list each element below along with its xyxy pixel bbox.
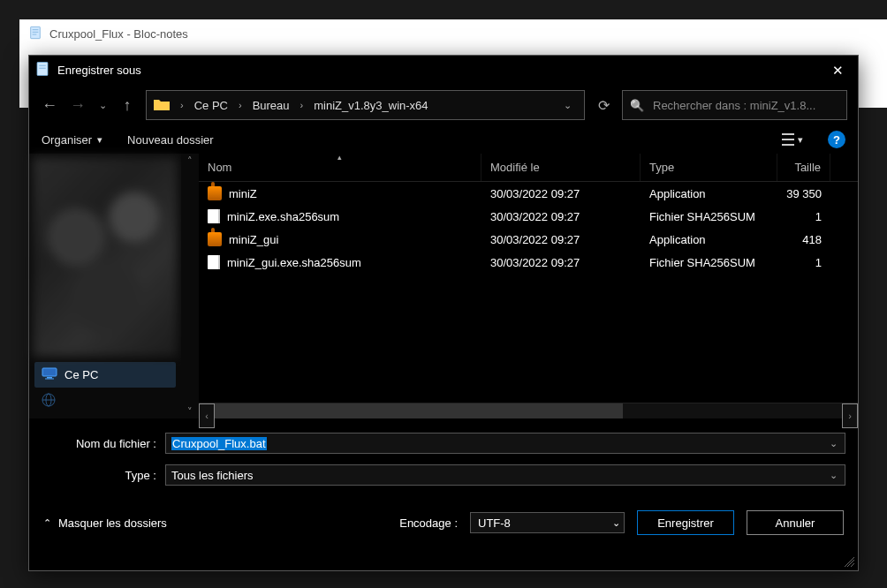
chevron-up-icon: ⌃ xyxy=(43,517,51,529)
svg-rect-9 xyxy=(45,379,54,380)
file-icon xyxy=(208,255,220,269)
filetype-dropdown-button[interactable]: ⌄ xyxy=(826,470,841,481)
scroll-right-button[interactable]: › xyxy=(842,403,858,428)
refresh-button[interactable]: ⟳ xyxy=(594,91,613,119)
sidebar-scrollbar[interactable]: ˄ ˅ xyxy=(181,154,199,418)
column-header-name[interactable]: Nom xyxy=(199,154,481,181)
nav-forward-button[interactable]: → xyxy=(68,91,87,119)
file-size: 418 xyxy=(777,233,830,246)
sidebar-item-partial[interactable] xyxy=(34,388,176,415)
table-row[interactable]: miniZ.exe.sha256sum30/03/2022 09:27Fichi… xyxy=(199,205,858,228)
notepad-icon xyxy=(28,26,42,42)
scroll-down-button[interactable]: ˅ xyxy=(181,404,199,418)
application-icon xyxy=(208,186,222,200)
help-button[interactable]: ? xyxy=(828,131,845,148)
save-as-dialog: Enregistrer sous ✕ ← → ⌄ ↑ › Ce PC › Bur… xyxy=(28,55,859,571)
application-icon xyxy=(208,232,222,246)
breadcrumb[interactable]: miniZ_v1.8y3_win-x64 xyxy=(314,99,428,112)
file-modified: 30/03/2022 09:27 xyxy=(481,210,641,223)
nav-sidebar: Ce PC xyxy=(29,154,181,418)
chevron-up-icon: ˄ xyxy=(187,155,193,167)
toggle-folders-label: Masquer les dossiers xyxy=(58,516,167,530)
svg-rect-4 xyxy=(37,63,48,76)
svg-rect-7 xyxy=(42,368,57,376)
table-row[interactable]: miniZ_gui.exe.sha256sum30/03/2022 09:27F… xyxy=(199,251,858,274)
organize-menu[interactable]: Organiser ▾ xyxy=(42,133,102,147)
view-list-icon xyxy=(782,133,794,146)
filename-dropdown-button[interactable]: ⌄ xyxy=(826,438,841,449)
column-header-type[interactable]: Type xyxy=(641,154,777,181)
dialog-titlebar[interactable]: Enregistrer sous ✕ xyxy=(29,56,858,85)
file-modified: 30/03/2022 09:27 xyxy=(481,187,641,200)
close-button[interactable]: ✕ xyxy=(817,56,858,85)
breadcrumb[interactable]: Bureau xyxy=(253,99,290,112)
filetype-select[interactable]: Tous les fichiers ⌄ xyxy=(165,464,845,486)
new-folder-button[interactable]: Nouveau dossier xyxy=(127,133,214,147)
file-type: Application xyxy=(641,187,777,200)
file-modified: 30/03/2022 09:27 xyxy=(481,233,641,246)
help-icon: ? xyxy=(833,133,840,147)
pc-icon xyxy=(42,367,57,382)
file-type: Fichier SHA256SUM xyxy=(641,256,777,269)
horizontal-scrollbar[interactable]: ‹ › xyxy=(199,403,858,418)
scroll-up-button[interactable]: ˄ xyxy=(181,154,199,168)
chevron-down-icon: ▾ xyxy=(798,134,803,146)
save-button[interactable]: Enregistrer xyxy=(637,510,734,535)
sidebar-item-label: Ce PC xyxy=(64,368,98,381)
chevron-right-icon: › xyxy=(237,100,244,110)
save-button-label: Enregistrer xyxy=(657,516,714,530)
encoding-label: Encodage : xyxy=(399,516,458,530)
scroll-left-button[interactable]: ‹ xyxy=(199,403,215,428)
svg-rect-8 xyxy=(47,377,52,379)
new-folder-label: Nouveau dossier xyxy=(127,133,214,147)
globe-icon xyxy=(42,393,56,410)
search-placeholder: Rechercher dans : miniZ_v1.8... xyxy=(653,99,815,112)
file-list: Nom Modifié le Type Taille miniZ30/03/20… xyxy=(199,154,858,418)
column-header-size[interactable]: Taille xyxy=(777,154,830,181)
chevron-right-icon: › xyxy=(299,100,306,110)
folder-preview xyxy=(33,157,178,357)
cancel-button[interactable]: Annuler xyxy=(747,510,844,535)
address-dropdown-button[interactable]: ⌄ xyxy=(558,100,577,111)
search-input[interactable]: 🔍 Rechercher dans : miniZ_v1.8... xyxy=(622,90,847,120)
view-options-button[interactable]: ▾ xyxy=(782,133,803,146)
filetype-label: Type : xyxy=(42,469,156,482)
breadcrumb[interactable]: Ce PC xyxy=(194,99,228,112)
column-header-modified[interactable]: Modifié le xyxy=(481,154,641,181)
encoding-value: UTF-8 xyxy=(478,516,511,530)
table-row[interactable]: miniZ30/03/2022 09:27Application39 350 xyxy=(199,182,858,205)
file-name: miniZ_gui xyxy=(229,233,278,246)
organize-label: Organiser xyxy=(42,133,92,147)
nav-back-button[interactable]: ← xyxy=(40,91,59,119)
chevron-right-icon: › xyxy=(848,411,852,421)
address-bar[interactable]: › Ce PC › Bureau › miniZ_v1.8y3_win-x64 … xyxy=(146,90,585,120)
chevron-down-icon: ⌄ xyxy=(99,100,107,111)
sidebar-item-ce-pc[interactable]: Ce PC xyxy=(34,362,176,388)
nav-up-button[interactable]: ↑ xyxy=(118,91,137,119)
file-type: Application xyxy=(641,233,777,246)
filename-value: Cruxpool_Flux.bat xyxy=(171,437,267,450)
encoding-select[interactable]: UTF-8 ⌄ xyxy=(470,512,625,533)
arrow-right-icon: → xyxy=(70,96,86,115)
file-list-header: Nom Modifié le Type Taille xyxy=(199,154,858,182)
arrow-left-icon: ← xyxy=(42,96,57,115)
chevron-left-icon: ‹ xyxy=(205,411,208,421)
scroll-track[interactable] xyxy=(215,403,842,418)
cancel-button-label: Annuler xyxy=(776,516,815,530)
filetype-value: Tous les fichiers xyxy=(171,469,253,482)
toggle-folders-button[interactable]: ⌃ Masquer les dossiers xyxy=(43,516,167,530)
file-icon xyxy=(208,209,220,223)
file-modified: 30/03/2022 09:27 xyxy=(481,256,641,269)
chevron-down-icon: ▾ xyxy=(97,134,102,146)
file-type: Fichier SHA256SUM xyxy=(641,210,777,223)
filename-input[interactable]: Cruxpool_Flux.bat ⌄ xyxy=(165,433,845,454)
folder-icon xyxy=(154,98,170,113)
file-size: 39 350 xyxy=(777,187,830,200)
scroll-thumb[interactable] xyxy=(215,403,623,418)
resize-grip[interactable] xyxy=(844,556,854,567)
filename-label: Nom du fichier : xyxy=(42,437,156,450)
search-icon: 🔍 xyxy=(630,99,644,112)
nav-recent-button[interactable]: ⌄ xyxy=(96,91,109,119)
table-row[interactable]: miniZ_gui30/03/2022 09:27Application418 xyxy=(199,228,858,251)
chevron-right-icon: › xyxy=(178,100,186,110)
